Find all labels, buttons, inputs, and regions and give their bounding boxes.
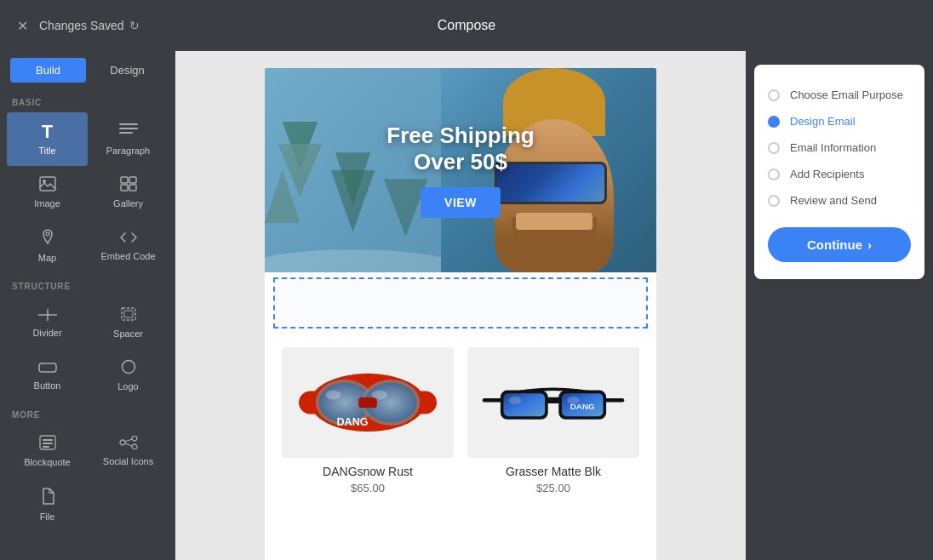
hero-view-button[interactable]: VIEW	[421, 187, 501, 218]
svg-rect-0	[119, 123, 138, 125]
paragraph-icon	[119, 123, 138, 141]
title-block-area: T Title	[265, 277, 656, 329]
tool-file[interactable]: File	[7, 477, 88, 532]
section-basic: BASIC	[0, 89, 175, 112]
product-item: DANG DANGsnow Rust $65.00	[282, 347, 454, 494]
svg-point-15	[122, 361, 135, 374]
email-canvas: Free Shipping Over 50$ VIEW T Title	[265, 68, 656, 560]
step-label-3: Email Information	[790, 141, 876, 154]
svg-text:DANG: DANG	[336, 416, 368, 428]
page-title: Compose	[438, 18, 495, 33]
step-dot-2	[768, 116, 780, 128]
hero-text: Free Shipping Over 50$ VIEW	[386, 123, 534, 218]
tool-button[interactable]: Button	[7, 349, 88, 402]
hero-image: Free Shipping Over 50$ VIEW	[265, 68, 656, 272]
tool-divider[interactable]: Divider	[7, 296, 88, 349]
blockquote-icon	[39, 435, 56, 453]
svg-rect-2	[119, 132, 133, 134]
hero-headline: Free Shipping Over 50$	[386, 123, 534, 175]
continue-button-label: Continue	[807, 237, 862, 252]
svg-rect-12	[122, 308, 135, 320]
map-label: Map	[38, 253, 56, 263]
tool-title[interactable]: T Title	[7, 112, 88, 166]
svg-rect-48	[504, 393, 546, 416]
tool-paragraph[interactable]: Paragraph	[88, 112, 169, 166]
product-price-1: $65.00	[282, 482, 454, 494]
tool-blockquote[interactable]: Blockquote	[7, 425, 88, 477]
products-section: DANG DANGsnow Rust $65.00	[265, 334, 656, 508]
svg-rect-1	[119, 128, 138, 129]
tool-logo[interactable]: Logo	[88, 349, 169, 402]
changes-saved-label: Changes Saved ↻	[39, 19, 140, 32]
svg-point-22	[132, 444, 137, 449]
svg-line-23	[125, 439, 132, 442]
svg-point-53	[509, 397, 521, 404]
sidebar: Build Design BASIC T Title Paragraph Ima…	[0, 51, 175, 560]
continue-button[interactable]: Continue ›	[768, 227, 911, 262]
svg-rect-14	[39, 363, 56, 372]
step-design-email[interactable]: Design Email	[768, 108, 911, 134]
product-price-2: $25.00	[467, 482, 639, 494]
svg-point-44	[372, 391, 387, 400]
product-image-1: DANG	[282, 347, 454, 458]
step-dot-3	[768, 142, 780, 154]
embed-code-label: Embed Code	[100, 251, 155, 261]
svg-rect-49	[546, 397, 561, 403]
gallery-label: Gallery	[113, 198, 143, 209]
step-dot-1	[768, 89, 780, 101]
step-dot-4	[768, 169, 780, 180]
tab-build[interactable]: Build	[10, 58, 86, 83]
step-label-5: Review and Send	[790, 194, 877, 207]
step-review-and-send[interactable]: Review and Send	[768, 187, 911, 214]
content-area: Free Shipping Over 50$ VIEW T Title	[175, 51, 746, 560]
products-grid: DANG DANGsnow Rust $65.00	[282, 347, 639, 494]
right-panel: Choose Email Purpose Design Email Email …	[746, 51, 933, 560]
image-label: Image	[34, 198, 60, 209]
tool-embed-code[interactable]: Embed Code	[88, 219, 169, 273]
gallery-icon	[120, 176, 137, 194]
step-label-4: Add Recipients	[790, 168, 864, 180]
product-image-2: DANG	[467, 347, 639, 458]
top-bar: ✕ Changes Saved ↻ Compose	[0, 0, 933, 51]
svg-point-54	[567, 397, 579, 404]
svg-rect-19	[43, 446, 49, 448]
product-item: DANG Grasser Matte Blk $25.00	[467, 347, 639, 494]
tool-gallery[interactable]: Gallery	[88, 166, 169, 219]
step-email-information[interactable]: Email Information	[768, 134, 911, 161]
tool-spacer[interactable]: Spacer	[88, 296, 169, 349]
step-label-2: Design Email	[790, 115, 856, 128]
svg-rect-5	[121, 177, 128, 183]
svg-rect-13	[124, 311, 133, 317]
close-button[interactable]: ✕	[14, 17, 31, 34]
svg-rect-41	[358, 397, 377, 409]
spacer-label: Spacer	[113, 329, 143, 339]
file-icon	[41, 488, 54, 507]
refresh-icon[interactable]: ↻	[129, 19, 140, 32]
tool-social-icons[interactable]: Social Icons	[88, 425, 169, 477]
social-icons-label: Social Icons	[103, 456, 153, 466]
svg-line-24	[125, 443, 132, 446]
steps-card: Choose Email Purpose Design Email Email …	[754, 65, 924, 279]
continue-chevron-icon: ›	[867, 237, 872, 252]
tool-image[interactable]: Image	[7, 166, 88, 219]
tab-design[interactable]: Design	[89, 58, 165, 83]
svg-point-43	[326, 391, 341, 400]
svg-point-9	[46, 232, 49, 236]
logo-label: Logo	[117, 381, 138, 391]
image-icon	[39, 176, 56, 194]
title-label: Title	[38, 146, 55, 156]
button-label: Button	[34, 380, 61, 391]
more-tools: Blockquote Social Icons File	[0, 425, 175, 532]
basic-tools: T Title Paragraph Image Gallery	[0, 112, 175, 273]
step-dot-5	[768, 195, 780, 207]
main-layout: Build Design BASIC T Title Paragraph Ima…	[0, 51, 933, 560]
title-input-area[interactable]	[273, 277, 648, 329]
section-more: MORE	[0, 402, 175, 425]
step-add-recipients[interactable]: Add Recipients	[768, 161, 911, 187]
button-icon	[38, 361, 57, 376]
step-choose-email-purpose[interactable]: Choose Email Purpose	[768, 82, 911, 108]
social-icons-icon	[119, 436, 138, 452]
svg-rect-18	[43, 443, 53, 444]
tool-map[interactable]: Map	[7, 219, 88, 273]
logo-icon	[121, 359, 136, 377]
